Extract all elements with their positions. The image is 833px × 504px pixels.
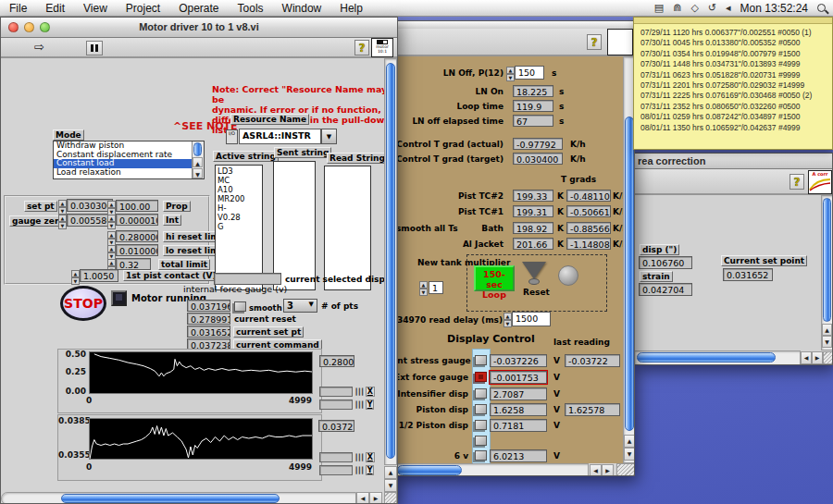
vertical-scrollbar[interactable]: [384, 58, 397, 465]
int-value[interactable]: 0.000010: [116, 214, 158, 226]
motor-driver-titlebar[interactable]: Motor driver 10 to 1 v8.vi: [1, 18, 397, 38]
read-string-box[interactable]: [324, 166, 371, 290]
x-scale-icon[interactable]: X: [366, 387, 375, 397]
resize-grip[interactable]: [384, 492, 397, 504]
gauge-zero-value[interactable]: 0.005586: [67, 214, 113, 227]
resize-grip[interactable]: [823, 351, 833, 364]
vertical-scrollbar[interactable]: ▲ ▼: [821, 195, 833, 350]
sticky-notes-body[interactable]: 07/29/11 1120 hrs 0.006377"/0.002551 #00…: [634, 24, 832, 133]
reset-funnel-button[interactable]: [522, 262, 546, 279]
menu-help[interactable]: Help: [330, 2, 372, 15]
scroll-down-arrow[interactable]: ▼: [624, 448, 635, 461]
six-v-toggle[interactable]: [475, 450, 487, 461]
zoom-button[interactable]: [40, 22, 50, 32]
airport-menu-icon[interactable]: ◇: [690, 2, 698, 14]
ln-off-value[interactable]: 150: [515, 66, 544, 80]
tgrad-target-value[interactable]: 0.030400: [513, 153, 563, 165]
horizontal-scrollbar[interactable]: [394, 463, 589, 476]
lo-reset-spinner[interactable]: ▲▼: [107, 245, 116, 259]
new-tank-spinner[interactable]: ▲▼: [419, 281, 428, 295]
gauge-zero-spinner[interactable]: ▲▼: [58, 215, 67, 228]
close-button[interactable]: [8, 22, 19, 32]
mode-scroll-thumb[interactable]: [193, 142, 202, 156]
graph1-x-scale-palette[interactable]: ┃┃┃X: [319, 387, 375, 397]
stop-button[interactable]: STOP: [60, 286, 106, 321]
menu-edit[interactable]: Edit: [36, 2, 74, 15]
resource-dropdown-arrow[interactable]: ▼: [321, 129, 337, 144]
scroll-right-arrow[interactable]: ▶: [369, 492, 382, 504]
spotlight-icon[interactable]: [817, 4, 826, 12]
resource-name-combo[interactable]: ASRL4::INSTR: [239, 129, 321, 144]
help-button[interactable]: ?: [587, 34, 602, 50]
lo-reset-value[interactable]: 0.010000: [116, 244, 158, 256]
horizontal-scrollbar-thumb[interactable]: [637, 352, 776, 363]
x-scale-icon[interactable]: X: [366, 452, 375, 462]
vi-icon[interactable]: [607, 29, 633, 55]
scroll-left-arrow[interactable]: ◀: [801, 351, 812, 364]
mode-item-load-relax[interactable]: Load relaxation: [54, 168, 192, 178]
mode-scroll-down[interactable]: ▼: [193, 168, 203, 178]
motor-running-led[interactable]: [111, 290, 127, 306]
horizontal-scrollbar[interactable]: [634, 350, 801, 365]
int-stress-gauge-toggle[interactable]: [475, 355, 487, 365]
menu-file[interactable]: File: [0, 2, 36, 15]
num-pts-dropdown[interactable]: 3▼: [283, 299, 317, 313]
loop-150sec-button[interactable]: 150-sec Loop: [474, 265, 515, 291]
binoculars-menu-icon[interactable]: ⋒: [673, 2, 681, 14]
graph2-x-scale-palette[interactable]: ┃┃┃X: [319, 452, 375, 462]
hi-reset-spinner[interactable]: ▲▼: [107, 231, 116, 245]
minimize-button[interactable]: [24, 22, 34, 32]
pist-contact-spinner[interactable]: ▲▼: [71, 270, 80, 284]
read-delay-spinner[interactable]: ▲▼: [504, 313, 512, 326]
active-string-box[interactable]: LD3 MC A10 MR200 H- V0.28 G: [215, 165, 263, 290]
mode-scroll-up[interactable]: ▲: [193, 157, 203, 167]
prop-value[interactable]: 100.00: [116, 200, 158, 212]
menu-tools[interactable]: Tools: [229, 2, 273, 15]
pause-button[interactable]: [86, 41, 103, 55]
motor-vi-icon[interactable]: motor 10:1: [371, 38, 393, 57]
total-limit-value[interactable]: 0.32: [116, 258, 151, 270]
read-delay-value[interactable]: 1500: [512, 312, 551, 326]
graph2-y-scale-palette[interactable]: ┃┃┃Y: [319, 465, 374, 475]
vertical-scrollbar-thumb[interactable]: [823, 198, 831, 322]
vertical-scrollbar-thumb[interactable]: [625, 117, 634, 431]
scroll-down-arrow[interactable]: ▼: [384, 479, 397, 492]
input-menu-icon[interactable]: ◂: [726, 2, 731, 14]
smooth-toggle[interactable]: [234, 301, 246, 312]
horizontal-scrollbar-thumb[interactable]: [397, 465, 462, 475]
menu-operate[interactable]: Operate: [169, 2, 228, 15]
mode-listbox[interactable]: Withdraw piston Constant displacement ra…: [53, 141, 205, 179]
help-button[interactable]: ?: [354, 40, 369, 55]
vertical-scrollbar-thumb[interactable]: [386, 63, 395, 459]
scroll-right-arrow[interactable]: ▶: [602, 464, 614, 476]
piston-disp-toggle[interactable]: [475, 404, 487, 414]
mode-listbox-scrollbar[interactable]: ▲ ▼: [192, 141, 204, 178]
menu-window[interactable]: Window: [273, 2, 331, 15]
y-scale-icon[interactable]: Y: [366, 400, 375, 410]
graph1-y-scale-palette[interactable]: ┃┃┃Y: [319, 400, 374, 410]
horizontal-scrollbar[interactable]: [1, 492, 356, 504]
y-scale-icon[interactable]: Y: [366, 465, 375, 475]
sticky-notes-titlebar[interactable]: [634, 18, 832, 24]
hi-reset-value[interactable]: 0.280000: [116, 230, 158, 242]
new-tank-value[interactable]: 1: [429, 281, 443, 294]
int-spinner[interactable]: ▲▼: [107, 215, 116, 228]
printer-menu-icon[interactable]: ▤: [654, 2, 664, 14]
scroll-left-arrow[interactable]: ◀: [356, 492, 369, 504]
resize-grip[interactable]: [616, 463, 635, 476]
scroll-up-arrow[interactable]: ▲: [822, 324, 832, 336]
ln-off-spinner[interactable]: ▲▼: [506, 67, 515, 80]
ext-force-gauge-toggle[interactable]: [475, 372, 487, 382]
prop-spinner[interactable]: ▲▼: [107, 201, 116, 215]
acorr-vi-icon[interactable]: A corr: [808, 170, 832, 194]
set-pt-spinner[interactable]: ▲▼: [58, 200, 67, 214]
menu-project[interactable]: Project: [117, 2, 169, 15]
scroll-up-arrow[interactable]: ▲: [384, 466, 397, 479]
menu-clock[interactable]: Mon 13:52:24: [740, 2, 808, 15]
scroll-down-arrow[interactable]: ▼: [822, 336, 832, 348]
horizontal-scrollbar-thumb[interactable]: [61, 494, 280, 503]
intensifier-disp-toggle[interactable]: [475, 388, 487, 399]
pist-contact-value[interactable]: 1.0050: [80, 269, 118, 282]
half-piston-disp-toggle[interactable]: [475, 420, 487, 430]
control-panel-titlebar[interactable]: [394, 21, 634, 29]
